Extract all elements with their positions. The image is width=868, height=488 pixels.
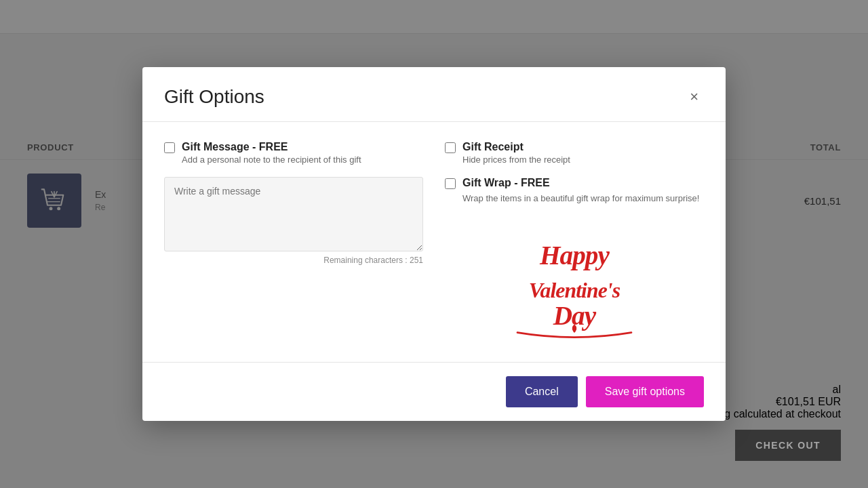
- gift-receipt-option: Gift Receipt Hide prices from the receip…: [445, 141, 704, 169]
- modal-title: Gift Options: [164, 86, 264, 108]
- modal-overlay: Gift Options × Gift Message - FREE Add a…: [0, 0, 868, 488]
- gift-wrap-checkbox[interactable]: [445, 178, 456, 189]
- gift-wrap-desc: Wrap the items in a beautiful gift wrap …: [462, 193, 704, 203]
- gift-wrap-label: Gift Wrap - FREE: [462, 177, 550, 189]
- gift-receipt-checkbox[interactable]: [445, 142, 456, 153]
- cancel-button[interactable]: Cancel: [506, 376, 578, 407]
- svg-text:Valentine's: Valentine's: [529, 279, 620, 302]
- gift-wrap-option: Gift Wrap - FREE Wrap the items in a bea…: [445, 177, 704, 203]
- remaining-chars-label: Remaining characters : 251: [164, 256, 423, 265]
- save-gift-options-button[interactable]: Save gift options: [586, 376, 704, 407]
- modal-header: Gift Options ×: [142, 67, 726, 122]
- valentines-day-image: Happy Valentine's Day Happy Valentine's …: [445, 221, 704, 343]
- modal-right-column: Gift Receipt Hide prices from the receip…: [445, 141, 704, 343]
- gift-message-desc: Add a personal note to the recipient of …: [182, 155, 361, 165]
- modal-footer: Cancel Save gift options: [142, 362, 726, 421]
- gift-options-modal: Gift Options × Gift Message - FREE Add a…: [142, 67, 726, 421]
- gift-message-option-row: Gift Message - FREE Add a personal note …: [164, 141, 423, 165]
- gift-message-textarea[interactable]: [164, 177, 423, 251]
- modal-body: Gift Message - FREE Add a personal note …: [142, 122, 726, 362]
- gift-message-checkbox[interactable]: [164, 142, 175, 153]
- modal-close-button[interactable]: ×: [684, 87, 704, 107]
- gift-message-label: Gift Message - FREE: [182, 141, 361, 153]
- svg-text:Happy: Happy: [539, 241, 610, 270]
- gift-receipt-desc: Hide prices from the receipt: [462, 155, 570, 165]
- gift-receipt-label: Gift Receipt: [462, 141, 570, 153]
- modal-left-column: Gift Message - FREE Add a personal note …: [164, 141, 423, 343]
